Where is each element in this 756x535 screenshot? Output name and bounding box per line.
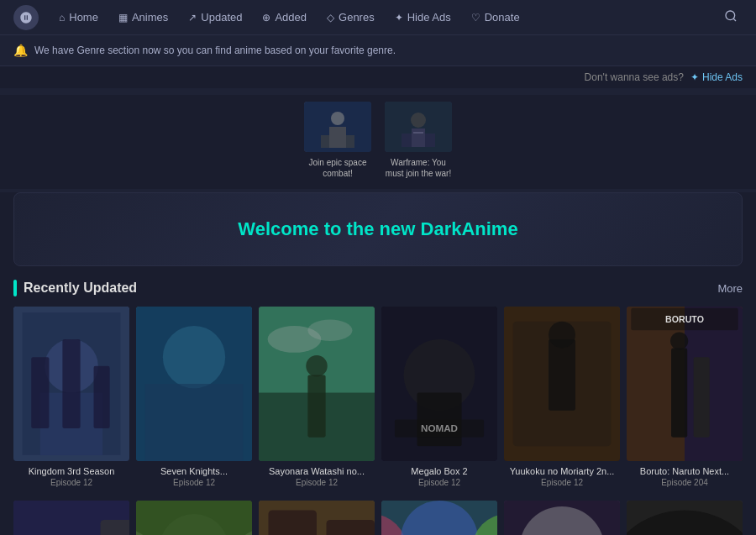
svg-rect-6 (346, 135, 354, 148)
svg-rect-40 (549, 339, 575, 411)
anime-card-10[interactable] (381, 501, 497, 535)
svg-point-28 (307, 320, 352, 341)
ad-image-1 (304, 102, 371, 152)
ad-card-1[interactable]: Join epic space combat! (304, 102, 371, 179)
svg-text:BORUTO: BORUTO (665, 314, 704, 324)
anime-thumb-12 (627, 501, 743, 535)
ads-bar: Don't wanna see ads? ✦ Hide Ads (0, 66, 756, 88)
nav-animes[interactable]: ▦ Animes (110, 6, 176, 29)
anime-grid-row2: アニメ化 決定! (0, 501, 756, 535)
svg-rect-10 (402, 134, 412, 147)
anime-thumb-9 (259, 501, 375, 535)
anime-thumb-svg-5 (504, 307, 620, 461)
anime-thumb-svg-12 (627, 501, 743, 535)
anime-episode-4: Episode 12 (381, 478, 497, 487)
svg-rect-29 (307, 375, 325, 437)
heart-icon: ♡ (471, 12, 480, 24)
home-icon: ⌂ (59, 12, 65, 24)
nav-hide-ads[interactable]: ✦ Hide Ads (386, 6, 459, 29)
site-logo[interactable] (13, 5, 39, 30)
anime-card-12[interactable] (627, 501, 743, 535)
svg-rect-4 (329, 127, 346, 148)
anime-thumb-5 (504, 307, 620, 461)
logo-icon (19, 11, 33, 24)
plus-circle-icon: ⊕ (262, 12, 270, 24)
anime-card-5[interactable]: Yuukoku no Moriarty 2n... Episode 12 (504, 307, 620, 487)
nav-items: ⌂ Home ▦ Animes ↗ Updated ⊕ Added ◇ Genr… (50, 6, 719, 29)
welcome-section: Welcome to the new DarkAnime (13, 192, 743, 266)
svg-rect-11 (425, 134, 435, 147)
nav-home[interactable]: ⌂ Home (50, 6, 107, 29)
svg-rect-63 (269, 511, 318, 536)
anime-title-3: Sayonara Watashi no... (259, 466, 375, 476)
svg-rect-9 (412, 129, 425, 147)
welcome-title: Welcome to the new DarkAnime (39, 218, 717, 240)
svg-rect-5 (321, 135, 329, 148)
grid-icon: ▦ (118, 12, 128, 24)
svg-point-46 (670, 332, 688, 349)
anime-thumb-1 (13, 307, 129, 461)
ad-card-2[interactable]: Warframe: You must join the war! (385, 102, 452, 179)
anime-card-4[interactable]: NOMAD Megalo Box 2 Episode 12 (381, 307, 497, 487)
ad-banners: Join epic space combat! Warframe: You mu… (0, 95, 756, 189)
zap-icon: ✦ (395, 12, 403, 24)
nav-home-label: Home (69, 11, 98, 24)
anime-thumb-7: アニメ化 決定! (13, 501, 129, 535)
anime-card-7[interactable]: アニメ化 決定! (13, 501, 129, 535)
anime-card-1[interactable]: Kingdom 3rd Season Episode 12 (13, 307, 129, 487)
anime-thumb-svg-4: NOMAD (381, 307, 497, 461)
ad-label-2: Warframe: You must join the war! (385, 157, 452, 179)
svg-rect-54 (101, 520, 130, 535)
anime-card-2[interactable]: Seven Knights... Episode 12 (136, 307, 252, 487)
nav-genres[interactable]: ◇ Genres (318, 6, 383, 29)
nav-added-label: Added (275, 11, 307, 24)
anime-thumb-10 (381, 501, 497, 535)
hide-ads-label: Hide Ads (702, 71, 743, 83)
svg-rect-45 (671, 349, 687, 438)
nav-updated-label: Updated (201, 11, 242, 24)
hide-ads-button[interactable]: ✦ Hide Ads (690, 71, 743, 83)
anime-thumb-2 (136, 307, 252, 461)
svg-point-3 (331, 112, 344, 125)
anime-thumb-4: NOMAD (381, 307, 497, 461)
anime-title-2: Seven Knights... (136, 466, 252, 476)
ad-image-2 (385, 102, 452, 152)
anime-title-1: Kingdom 3rd Season (13, 466, 129, 476)
search-icon (724, 9, 738, 23)
svg-point-8 (411, 113, 426, 128)
svg-line-1 (733, 18, 736, 21)
svg-rect-19 (94, 366, 110, 428)
svg-point-0 (726, 11, 735, 20)
anime-card-8[interactable] (136, 501, 252, 535)
more-link[interactable]: More (717, 282, 743, 295)
anime-card-3[interactable]: Sayonara Watashi no... Episode 12 (259, 307, 375, 487)
anime-thumb-6: BORUTO (627, 307, 743, 461)
nav-added[interactable]: ⊕ Added (254, 6, 315, 29)
nav-updated[interactable]: ↗ Updated (180, 6, 250, 29)
svg-rect-18 (62, 339, 80, 428)
notification-bar: 🔔 We have Genre section now so you can f… (0, 35, 756, 66)
search-button[interactable] (719, 4, 743, 30)
anime-thumb-11 (504, 501, 620, 535)
ad-image-svg-2 (385, 102, 452, 152)
nav-genres-label: Genres (339, 11, 375, 24)
recently-updated-section: Recently Updated More Kingdom 3rd Season… (0, 280, 756, 535)
svg-rect-64 (327, 520, 375, 535)
anime-thumb-svg-11 (504, 501, 620, 535)
nav-donate[interactable]: ♡ Donate (463, 6, 528, 29)
anime-card-6[interactable]: BORUTO Boruto: Naruto Next... Episode 20… (627, 307, 743, 487)
anime-thumb-8 (136, 501, 252, 535)
section-title-bar (13, 280, 17, 296)
anime-thumb-svg-9 (259, 501, 375, 535)
svg-point-22 (163, 326, 225, 388)
svg-text:NOMAD: NOMAD (421, 422, 458, 433)
svg-rect-47 (694, 357, 710, 438)
anime-card-11[interactable] (504, 501, 620, 535)
anime-thumb-3 (259, 307, 375, 461)
anime-title-5: Yuukoku no Moriarty 2n... (504, 466, 620, 476)
dont-wanna-text: Don't wanna see ads? (585, 71, 684, 83)
anime-thumb-svg-2 (136, 307, 252, 461)
anime-card-9[interactable] (259, 501, 375, 535)
anime-thumb-svg-10 (381, 501, 497, 535)
section-header: Recently Updated More (0, 280, 756, 296)
